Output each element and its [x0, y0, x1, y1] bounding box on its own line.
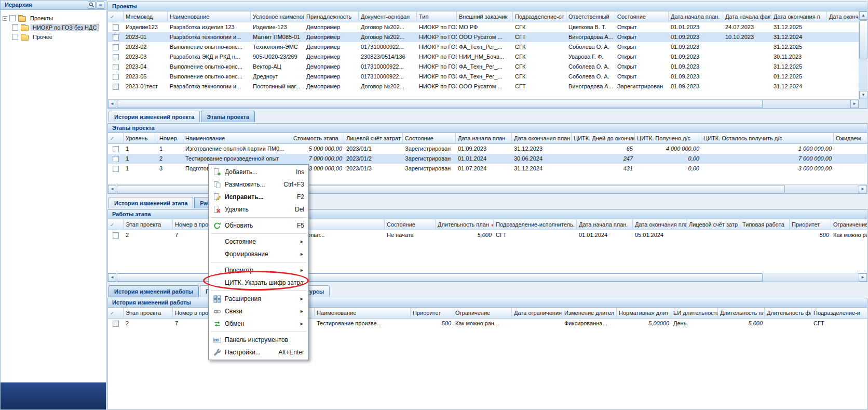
column-header-dur-fact[interactable]: Длительность фак: [765, 308, 811, 319]
cell-account[interactable]: 2023/01/2: [344, 154, 403, 164]
cell-start-fact[interactable]: [723, 72, 771, 82]
grid-row[interactable]: 2023-01тестРазработка технологии и...Пос…: [108, 82, 859, 91]
cell-citk-days[interactable]: 247: [572, 154, 635, 164]
cell-end-plan[interactable]: 31.12.2024: [771, 82, 827, 91]
cell-dept[interactable]: СГК: [513, 52, 566, 62]
cell-state[interactable]: Открыт: [615, 72, 669, 82]
cell-condname[interactable]: Изделие-123: [251, 22, 304, 32]
cell-name[interactable]: Выполнение опытно-конс...: [168, 42, 251, 52]
menu-delete[interactable]: УдалитьDel: [210, 203, 307, 216]
column-header-name[interactable]: Наименование: [315, 308, 411, 319]
column-header-state[interactable]: Состояние: [403, 133, 456, 144]
cell-customer[interactable]: ФА_Техн_Рег_...: [457, 62, 513, 72]
cell-end-plan[interactable]: 31.12.2024: [771, 32, 827, 42]
row-checkbox[interactable]: [113, 232, 119, 239]
cell-start-plan[interactable]: 01.09.2023: [669, 62, 723, 72]
column-header-condname[interactable]: Условное наименова: [251, 11, 304, 22]
cell-start-plan[interactable]: 01.01.2023: [669, 22, 723, 32]
cell-doc[interactable]: 017310000922...: [359, 42, 417, 52]
tree-item[interactable]: Прочее: [1, 32, 106, 42]
menu-refresh[interactable]: ОбновитьF5: [210, 219, 307, 232]
select-column-header[interactable]: ✓: [108, 308, 124, 319]
cell-end-plan[interactable]: 31.12.2023: [512, 144, 572, 154]
cell-restriction[interactable]: Как можно ран...: [453, 319, 512, 328]
tree-checkbox[interactable]: [9, 15, 16, 21]
row-checkbox[interactable]: [113, 24, 119, 31]
cell-end-plan[interactable]: 30.06.2024: [512, 154, 572, 164]
cell-name[interactable]: Изготовление опытной партии ПМ0...: [183, 144, 291, 154]
select-column-header[interactable]: ✓: [108, 219, 124, 230]
column-header-doc[interactable]: Документ-основан: [359, 11, 417, 22]
cell-doc[interactable]: Договор №202...: [359, 32, 417, 42]
column-header-account[interactable]: Лицевой счёт затрат: [344, 133, 403, 144]
cell-check[interactable]: [108, 62, 124, 72]
cell-resp[interactable]: Виноградова А...: [566, 32, 615, 42]
cell-state[interactable]: Открыт: [615, 52, 669, 62]
cell-state[interactable]: Не начата: [385, 230, 436, 240]
cell-mnemo[interactable]: Изделие123: [124, 22, 168, 32]
tree-checkbox[interactable]: [12, 34, 18, 40]
cell-name[interactable]: Разработка ЭКД и РКД н...: [168, 52, 251, 62]
cell-check[interactable]: [108, 42, 124, 52]
cell-mnemo[interactable]: 2023-01тест: [124, 82, 168, 91]
column-header-customer[interactable]: Внешний заказчик: [457, 11, 513, 22]
tree-checkbox[interactable]: [12, 24, 18, 31]
cell-end-plan[interactable]: 30.11.2023: [771, 52, 827, 62]
menu-state[interactable]: Состояние►: [210, 235, 307, 248]
select-column-header[interactable]: ✓: [108, 11, 124, 22]
menu-duplicate[interactable]: Размножить...Ctrl+F3: [210, 178, 307, 191]
cell-name[interactable]: Выполнение опытно-конс...: [168, 72, 251, 82]
row-checkbox[interactable]: [113, 321, 119, 327]
cell-type[interactable]: НИОКР по ГОЗ ...: [417, 72, 457, 82]
cell-restr-date[interactable]: [512, 319, 562, 328]
grid-row[interactable]: 12Тестирование произведенной опыт7 000 0…: [108, 154, 867, 164]
cell-check[interactable]: [108, 144, 124, 154]
cell-condname[interactable]: Дредноут: [251, 72, 304, 82]
menu-settings[interactable]: Настройки...Alt+Enter: [210, 346, 307, 359]
column-header-typical[interactable]: Типовая работа: [740, 219, 790, 230]
cell-start-plan[interactable]: 01.09.2023: [669, 32, 723, 42]
scroll-right-icon[interactable]: ►: [859, 273, 867, 282]
cell-belong[interactable]: Демопример: [304, 52, 359, 62]
column-header-dur-change[interactable]: Изменение длител: [562, 308, 617, 319]
cell-name[interactable]: Выполнение опытно-конс...: [168, 62, 251, 72]
grid-row[interactable]: Изделие123Разработка изделия 123Изделие-…: [108, 22, 859, 32]
cell-condname[interactable]: 905-U020-23/269: [251, 52, 304, 62]
grid-row[interactable]: 2023-02Выполнение опытно-конс...Технолог…: [108, 42, 859, 52]
tab[interactable]: История изменений этапа: [108, 197, 193, 208]
cell-end-fact[interactable]: [827, 82, 859, 91]
collapse-panel-icon[interactable]: «: [97, 1, 104, 9]
cell-check[interactable]: [108, 72, 124, 82]
cell-expected[interactable]: [834, 144, 867, 154]
row-checkbox[interactable]: [113, 74, 119, 80]
column-header-dept[interactable]: Подразделение-и: [811, 308, 867, 319]
cell-citk-days[interactable]: 65: [572, 144, 635, 154]
cell-account[interactable]: 2023/01/1: [344, 144, 403, 154]
cell-typical[interactable]: [740, 230, 790, 240]
cell-state[interactable]: Зарегистрирован: [403, 154, 456, 164]
cell-mnemo[interactable]: 2023-05: [124, 72, 168, 82]
column-header-end-plan[interactable]: Дата окончания план: [512, 133, 572, 144]
column-header-stage[interactable]: Этап проекта: [124, 219, 173, 230]
scroll-track[interactable]: [859, 20, 867, 91]
column-header-expected[interactable]: Ожидаем: [834, 133, 867, 144]
grid-row[interactable]: 2023-04Выполнение опытно-конс...Вектор-А…: [108, 62, 859, 72]
cell-end-fact[interactable]: [827, 42, 859, 52]
cell-dept[interactable]: СГК: [513, 22, 566, 32]
cell-customer[interactable]: ФА_Техн_Рег_...: [457, 42, 513, 52]
cell-state[interactable]: Зарегистрирован: [615, 82, 669, 91]
cell-end-fact[interactable]: [827, 72, 859, 82]
cell-num[interactable]: 2: [157, 154, 183, 164]
cell-check[interactable]: [108, 319, 124, 328]
cell-customer[interactable]: ФА_Техн_Рег_...: [457, 72, 513, 82]
cell-end-plan[interactable]: 31.12.2025: [771, 22, 827, 32]
cell-start-fact[interactable]: 10.10.2023: [723, 32, 771, 42]
cell-start-fact[interactable]: [723, 42, 771, 52]
cell-state[interactable]: Зарегистрирован: [403, 144, 456, 154]
cell-account[interactable]: 2023/01/3: [344, 164, 403, 174]
cell-name[interactable]: Тестирование произве...: [315, 319, 411, 328]
cell-priority[interactable]: 500: [790, 230, 831, 240]
cell-state[interactable]: Открыт: [615, 22, 669, 32]
column-header-dur-plan[interactable]: Длительность план▼: [436, 219, 494, 230]
cell-name[interactable]: Разработка технологии и...: [168, 32, 251, 42]
